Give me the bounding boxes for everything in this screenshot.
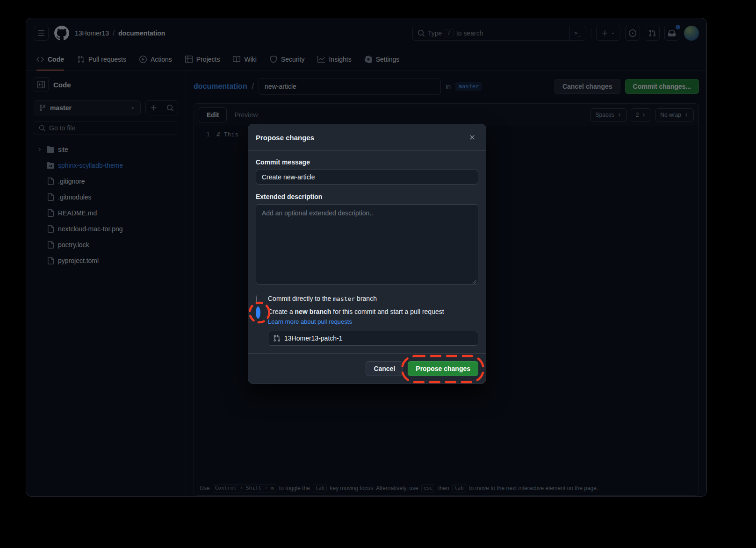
radio-direct-prefix: Commit directly to the bbox=[268, 295, 333, 302]
propose-changes-dialog: Propose changes Commit message Extended … bbox=[248, 124, 486, 384]
radio-direct-branch: master bbox=[333, 295, 355, 302]
commit-message-input[interactable] bbox=[256, 170, 478, 185]
radio-unchecked-icon[interactable] bbox=[256, 295, 257, 304]
dialog-title: Propose changes bbox=[256, 134, 314, 142]
cancel-button[interactable]: Cancel bbox=[366, 361, 403, 376]
propose-changes-button[interactable]: Propose changes bbox=[408, 361, 478, 376]
learn-more-link[interactable]: Learn more about pull requests bbox=[268, 318, 352, 325]
radio-direct-suffix: branch bbox=[355, 295, 377, 302]
radio-checked-icon[interactable] bbox=[256, 306, 260, 319]
radio-commit-direct[interactable]: Commit directly to the master branch bbox=[256, 295, 478, 303]
branch-name-input[interactable] bbox=[284, 334, 473, 342]
radio-new-prefix: Create a bbox=[268, 308, 295, 315]
commit-message-label: Commit message bbox=[256, 158, 478, 166]
git-pull-request-icon bbox=[273, 334, 281, 342]
extended-description-label: Extended description bbox=[256, 193, 478, 200]
radio-new-suffix: for this commit and start a pull request bbox=[331, 308, 444, 315]
radio-new-bold: new branch bbox=[295, 308, 331, 315]
extended-description-textarea[interactable] bbox=[256, 204, 478, 285]
close-icon bbox=[468, 134, 476, 141]
radio-new-branch-label: Create a new branch for this commit and … bbox=[268, 308, 444, 315]
radio-create-branch[interactable]: Create a new branch for this commit and … bbox=[256, 308, 478, 316]
radio-direct-label: Commit directly to the master branch bbox=[268, 295, 377, 302]
close-dialog-button[interactable] bbox=[466, 131, 478, 143]
new-branch-name-field[interactable] bbox=[268, 331, 478, 346]
